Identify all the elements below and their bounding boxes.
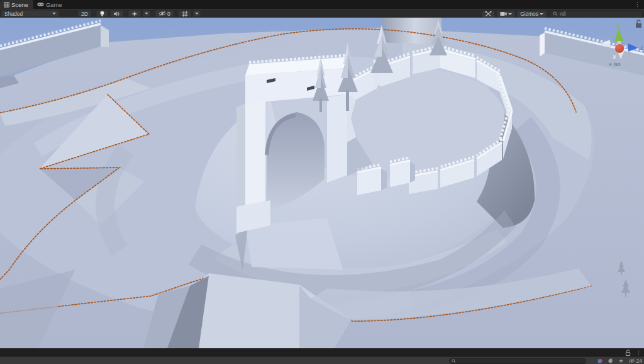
crossed-tools-icon	[485, 11, 492, 17]
lower-panel-toolbar: ★ 24	[0, 356, 644, 364]
tab-kebab-menu[interactable]: ⋮	[635, 1, 640, 8]
scene-visibility-button[interactable]: 0	[155, 10, 174, 17]
favorites-star-icon[interactable]: ★	[618, 358, 623, 364]
scene-tab-bar: Scene Game ⋮	[0, 0, 644, 9]
eye-hidden-icon	[628, 358, 635, 363]
axis-x-ball[interactable]	[615, 44, 624, 53]
search-icon	[553, 11, 558, 16]
tag-icon[interactable]	[608, 358, 614, 364]
search-icon	[452, 359, 456, 363]
toolbar-right-group: Gizmos	[480, 10, 643, 18]
hidden-count-value: 24	[636, 358, 642, 364]
tab-game[interactable]: Game	[33, 0, 67, 9]
effects-sparkle-icon	[131, 11, 138, 17]
toggle-2d-label: 2D	[81, 11, 88, 17]
gizmos-label: Gizmos	[520, 11, 538, 17]
component-tools-button[interactable]	[482, 11, 495, 18]
gizmos-dropdown[interactable]: Gizmos	[517, 11, 547, 18]
eye-hidden-icon	[158, 11, 166, 16]
unity-editor-window: Scene Game ⋮ Shaded 2D 0	[0, 0, 644, 364]
hidden-objects-count: 0	[167, 11, 170, 17]
lock-icon[interactable]	[625, 350, 631, 356]
gameobject-icon[interactable]	[597, 358, 603, 364]
lightbulb-icon	[99, 11, 105, 17]
grid-snap-icon	[182, 11, 188, 17]
projection-mode-label[interactable]: ≡ Iso	[609, 61, 621, 67]
chevron-down-icon	[195, 13, 199, 14]
chevron-down-icon	[540, 13, 543, 15]
tab-game-label: Game	[46, 1, 62, 8]
scene-view-toolbar: Shaded 2D 0	[0, 9, 644, 18]
scene-3d-render[interactable]: y z x ≡ Iso	[0, 18, 644, 348]
axis-y-label[interactable]: y	[616, 23, 619, 29]
gamepad-icon	[37, 2, 44, 7]
draw-mode-label: Shaded	[4, 11, 23, 17]
draw-mode-dropdown[interactable]: Shaded	[1, 10, 59, 17]
toggle-2d-button[interactable]: 2D	[78, 10, 91, 17]
chevron-down-icon	[508, 13, 512, 15]
axis-x-label[interactable]: x	[613, 54, 616, 60]
speaker-icon	[113, 11, 120, 17]
tab-scene-label: Scene	[11, 1, 28, 8]
camera-icon	[500, 11, 507, 16]
chevron-down-icon	[145, 13, 148, 14]
grid-snapping-dropdown[interactable]	[193, 10, 201, 17]
grid-snapping-button[interactable]	[179, 10, 191, 17]
tab-scene[interactable]: Scene	[0, 0, 33, 9]
hidden-objects-indicator[interactable]: 24	[628, 358, 642, 364]
panel-search-field[interactable]	[449, 358, 586, 364]
scene-effects-dropdown[interactable]	[143, 10, 150, 17]
panel-kebab-menu[interactable]: ⋮	[636, 350, 641, 356]
scene-audio-button[interactable]	[110, 10, 123, 17]
axis-z-label[interactable]: z	[640, 45, 643, 51]
scene-grid-icon	[4, 2, 9, 8]
scene-effects-button[interactable]	[128, 10, 141, 17]
scene-lighting-button[interactable]	[96, 10, 108, 17]
scene-search-input[interactable]	[560, 11, 635, 17]
panel-search-input[interactable]	[456, 359, 575, 364]
scene-viewport[interactable]: y z x ≡ Iso	[0, 18, 644, 348]
chevron-down-icon	[52, 13, 56, 14]
scene-search-field[interactable]	[550, 11, 643, 18]
lower-tab-bar: ⋮	[0, 348, 644, 356]
scene-camera-button[interactable]	[497, 11, 515, 18]
